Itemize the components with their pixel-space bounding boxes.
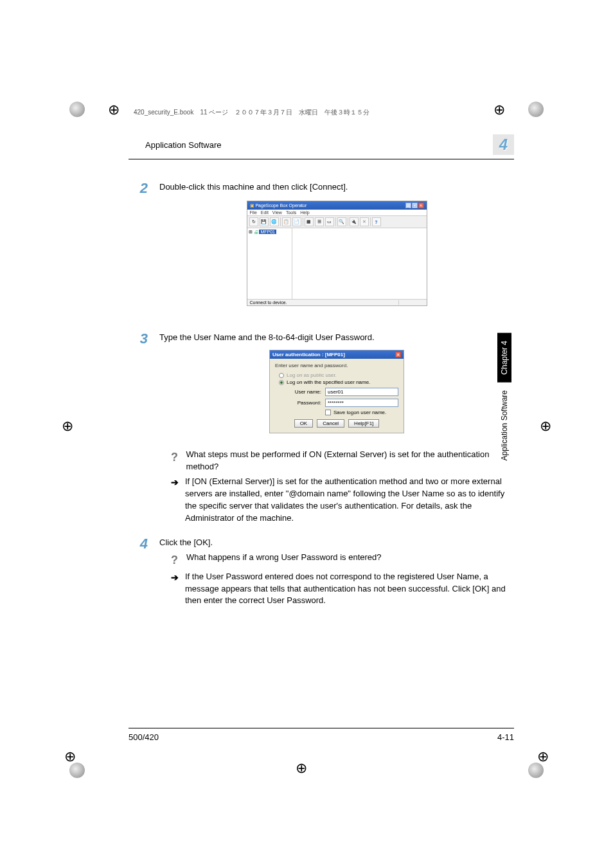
crop-mark-icon: ⊕ bbox=[537, 748, 549, 765]
menu-tools[interactable]: Tools bbox=[286, 210, 296, 215]
toolbar-list-icon[interactable]: ☰ bbox=[315, 217, 324, 226]
crop-mark-icon: ⊕ bbox=[493, 102, 505, 118]
step-4-question: What happens if a wrong User Password is… bbox=[186, 552, 382, 568]
window-close-icon[interactable]: × bbox=[418, 203, 424, 208]
side-label: Application Software bbox=[500, 390, 509, 460]
step-3-question: What steps must be performed if ON (Exte… bbox=[186, 449, 514, 473]
arrow-icon: ➔ bbox=[171, 476, 179, 524]
crop-mark-icon: ⊕ bbox=[62, 418, 73, 435]
footer-left: 500/420 bbox=[129, 732, 159, 742]
window-min-icon[interactable]: _ bbox=[405, 203, 411, 208]
crop-mark-icon: ⊕ bbox=[64, 748, 76, 765]
question-mark-icon: ? bbox=[171, 552, 180, 568]
ok-button[interactable]: OK bbox=[294, 419, 314, 428]
tree-expand-icon[interactable]: ⊞ bbox=[249, 230, 253, 234]
toolbar-preview-icon[interactable]: 🔍 bbox=[337, 217, 346, 226]
crop-mark-icon: ⊕ bbox=[296, 760, 307, 777]
radio-public-label: Log on as public user. bbox=[287, 372, 337, 378]
crop-mark-icon: ⊕ bbox=[108, 102, 120, 118]
print-mark-dot bbox=[528, 102, 544, 117]
screenshot-user-auth: User authentication : [MFP01] × Enter us… bbox=[269, 350, 404, 433]
screenshot-box-operator: ▣ PageScope Box Operator _ □ × File Edit… bbox=[247, 201, 427, 306]
checkbox-save-label: Save logon user name. bbox=[333, 410, 386, 415]
cancel-button[interactable]: Cancel bbox=[317, 419, 344, 428]
radio-specified-user[interactable] bbox=[279, 380, 284, 385]
menu-view[interactable]: View bbox=[272, 210, 282, 215]
crop-mark-icon: ⊕ bbox=[540, 418, 551, 435]
radio-public-user bbox=[279, 373, 284, 378]
window-app-icon: ▣ bbox=[250, 203, 254, 208]
toolbar-refresh-icon[interactable]: ↻ bbox=[249, 217, 258, 226]
menu-edit[interactable]: Edit bbox=[261, 210, 269, 215]
toolbar-details-icon[interactable]: ▭ bbox=[325, 217, 334, 226]
step-number-2: 2 bbox=[129, 181, 148, 195]
menu-help[interactable]: Help bbox=[300, 210, 309, 215]
step-4-answer: If the User Password entered does not co… bbox=[185, 571, 514, 608]
dialog-close-icon[interactable]: × bbox=[395, 352, 401, 357]
window-max-icon[interactable]: □ bbox=[412, 203, 418, 208]
toolbar-save-icon[interactable]: 💾 bbox=[260, 217, 269, 226]
question-mark-icon: ? bbox=[171, 449, 180, 473]
page-title: Application Software bbox=[145, 140, 222, 150]
menu-file[interactable]: File bbox=[250, 210, 257, 215]
toolbar-grid-icon[interactable]: ▦ bbox=[305, 217, 314, 226]
step-3-answer: If [ON (External Server)] is set for the… bbox=[185, 476, 514, 524]
label-password: Password: bbox=[288, 400, 321, 406]
toolbar-globe-icon[interactable]: 🌐 bbox=[270, 217, 279, 226]
input-password[interactable]: ******** bbox=[325, 399, 398, 407]
step-3-text: Type the User Name and the 8-to-64-digit… bbox=[159, 332, 514, 343]
chapter-number: 4 bbox=[493, 134, 514, 155]
toolbar-connect-icon[interactable]: 🔌 bbox=[350, 217, 359, 226]
dialog-instruction: Enter user name and password. bbox=[275, 363, 398, 368]
radio-specified-label: Log on with the specified user name. bbox=[287, 379, 370, 385]
tree-device-mfp01[interactable]: MFP01 bbox=[259, 230, 276, 234]
status-text: Connect to device. bbox=[250, 300, 287, 305]
toolbar-copy-icon[interactable]: 📄 bbox=[292, 217, 301, 226]
step-4-text: Click the [OK]. bbox=[159, 537, 514, 548]
label-username: User name: bbox=[288, 389, 321, 395]
checkbox-save-logon[interactable] bbox=[325, 410, 331, 415]
footer-right: 4-11 bbox=[497, 732, 514, 742]
help-button[interactable]: Help[F1] bbox=[348, 419, 379, 428]
dialog-title: User authentication : [MFP01] bbox=[272, 352, 345, 357]
side-chapter-tab: Chapter 4 bbox=[497, 333, 511, 383]
device-icon: 🖨 bbox=[254, 230, 258, 234]
step-2-text: Double-click this machine and then click… bbox=[159, 181, 514, 193]
step-number-3: 3 bbox=[129, 332, 148, 346]
print-mark-dot bbox=[69, 102, 85, 117]
arrow-icon: ➔ bbox=[171, 571, 179, 608]
toolbar-help-icon[interactable]: ? bbox=[372, 217, 381, 226]
input-username[interactable]: user01 bbox=[325, 388, 398, 396]
print-header: 420_security_E.book 11 ページ ２００７年３月７日 水曜日… bbox=[134, 108, 369, 117]
toolbar-paste-icon[interactable]: 📋 bbox=[282, 217, 291, 226]
window-title: PageScope Box Operator bbox=[255, 203, 306, 208]
toolbar-disconnect-icon[interactable]: ✕ bbox=[360, 217, 369, 226]
step-number-4: 4 bbox=[129, 537, 148, 551]
